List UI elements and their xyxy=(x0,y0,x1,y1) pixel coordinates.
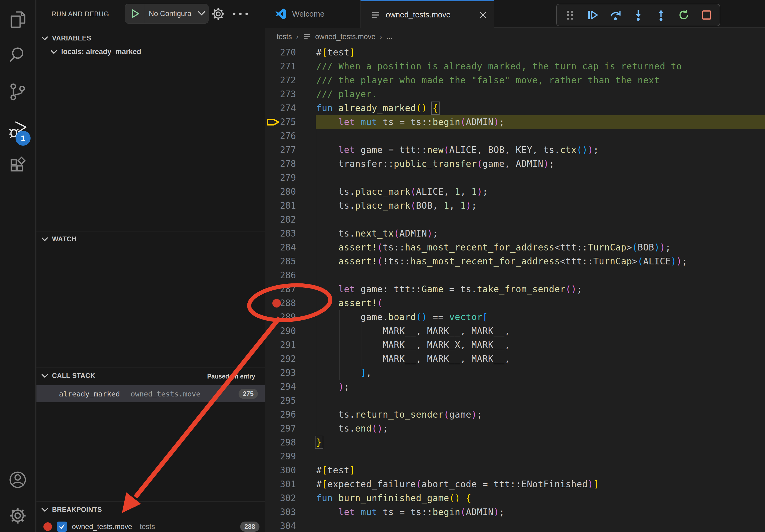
line-number: 278 xyxy=(276,157,296,171)
gutter-line-301[interactable]: 301 xyxy=(265,477,316,491)
breadcrumb-file[interactable]: owned_tests.move xyxy=(315,33,376,41)
locals-scope-row[interactable]: locals: already_marked xyxy=(50,48,141,56)
explorer-icon[interactable] xyxy=(8,10,27,29)
line-number: 284 xyxy=(276,241,296,254)
variables-section-header[interactable]: VARIABLES xyxy=(41,34,91,42)
breadcrumb-symbol[interactable]: ... xyxy=(386,33,393,41)
close-icon[interactable] xyxy=(479,11,487,19)
step-out-button[interactable] xyxy=(654,8,668,22)
code-line-284: 284 assert!(ts::has_most_recent_for_addr… xyxy=(265,241,765,254)
code-line-290: 290 MARK__, MARK__, MARK__, xyxy=(265,324,765,338)
gutter-line-282[interactable]: 282 xyxy=(265,213,316,227)
gutter-line-296[interactable]: 296 xyxy=(265,408,316,421)
tab-welcome[interactable]: Welcome xyxy=(265,0,361,28)
gutter-line-274[interactable]: 274 xyxy=(265,101,316,115)
frame-line-badge: 275 xyxy=(239,389,258,399)
gutter-line-297[interactable]: 297 xyxy=(265,421,316,435)
gutter-line-288[interactable]: 288 xyxy=(265,296,316,310)
gutter-line-281[interactable]: 281 xyxy=(265,199,316,213)
code-line-275: 275 let mut ts = ts::begin(ADMIN); xyxy=(265,115,765,129)
line-number: 301 xyxy=(276,477,296,491)
restart-button[interactable] xyxy=(677,8,690,22)
gutter-line-304[interactable]: 304 xyxy=(265,519,316,532)
stop-button[interactable] xyxy=(700,8,713,22)
gutter-line-270[interactable]: 270 xyxy=(265,46,316,60)
gutter-line-291[interactable]: 291 xyxy=(265,338,316,352)
gutter-line-272[interactable]: 272 xyxy=(265,73,316,87)
line-number: 294 xyxy=(276,380,296,394)
code-text: /// When a position is already marked, t… xyxy=(316,60,682,73)
debug-toolbar xyxy=(556,4,720,26)
breakpoints-label: BREAKPOINTS xyxy=(52,506,102,513)
step-into-button[interactable] xyxy=(631,8,645,22)
line-number: 292 xyxy=(276,352,296,366)
code-line-295: 295 xyxy=(265,394,765,408)
debug-settings-gear-icon[interactable] xyxy=(211,7,225,21)
chevron-right-icon: › xyxy=(296,33,299,41)
search-icon[interactable] xyxy=(8,46,27,65)
line-number: 293 xyxy=(276,366,296,380)
code-text: MARK__, MARK_X, MARK__, xyxy=(316,338,510,352)
gutter-line-295[interactable]: 295 xyxy=(265,394,316,408)
watch-section-header[interactable]: WATCH xyxy=(41,235,77,243)
start-debug-icon[interactable] xyxy=(125,4,145,23)
gutter-line-294[interactable]: 294 xyxy=(265,380,316,394)
gutter-line-300[interactable]: 300 xyxy=(265,463,316,477)
line-number: 303 xyxy=(276,505,296,519)
step-over-button[interactable] xyxy=(609,8,622,22)
gutter-line-279[interactable]: 279 xyxy=(265,171,316,185)
line-number: 300 xyxy=(276,463,296,477)
breakpoints-section-header[interactable]: BREAKPOINTS xyxy=(41,506,102,513)
gutter-line-273[interactable]: 273 xyxy=(265,87,316,101)
gutter-line-278[interactable]: 278 xyxy=(265,157,316,171)
line-number: 291 xyxy=(276,338,296,352)
gutter-line-280[interactable]: 280 xyxy=(265,185,316,199)
code-line-291: 291 MARK__, MARK_X, MARK__, xyxy=(265,338,765,352)
gutter-line-275[interactable]: 275 xyxy=(265,115,316,129)
gutter-line-302[interactable]: 302 xyxy=(265,491,316,505)
tab-owned-tests-move[interactable]: owned_tests.move xyxy=(361,0,494,28)
gutter-line-283[interactable]: 283 xyxy=(265,227,316,241)
vscode-logo-icon xyxy=(275,8,286,20)
more-actions-icon[interactable] xyxy=(232,11,249,17)
gutter-line-287[interactable]: 287 xyxy=(265,282,316,296)
code-line-272: 272/// the player who made the "false" m… xyxy=(265,73,765,87)
breakpoint-checkbox[interactable] xyxy=(57,522,67,532)
gutter-line-284[interactable]: 284 xyxy=(265,241,316,254)
gutter-line-292[interactable]: 292 xyxy=(265,352,316,366)
gutter-line-299[interactable]: 299 xyxy=(265,449,316,463)
breakpoint-line-badge: 288 xyxy=(240,522,260,532)
continue-button[interactable] xyxy=(586,8,599,22)
gutter-line-303[interactable]: 303 xyxy=(265,505,316,519)
settings-gear-icon[interactable] xyxy=(8,506,27,525)
breadcrumb-tests[interactable]: tests xyxy=(277,33,292,41)
gutter-line-276[interactable]: 276 xyxy=(265,129,316,143)
gutter-line-271[interactable]: 271 xyxy=(265,60,316,73)
call-stack-section-header[interactable]: CALL STACK xyxy=(41,372,95,380)
gutter-line-298[interactable]: 298 xyxy=(265,435,316,449)
run-config-dropdown[interactable]: No Configura xyxy=(125,4,209,24)
code-line-276: 276 xyxy=(265,129,765,143)
breakpoint-item-row[interactable]: owned_tests.move tests 288 xyxy=(36,519,265,532)
stack-frame-row[interactable]: already_marked owned_tests.move 275 xyxy=(36,385,265,402)
toolbar-drag-handle[interactable] xyxy=(563,8,576,22)
account-icon[interactable] xyxy=(8,470,27,489)
divider xyxy=(36,368,265,368)
vscode-window: { "activity_bar": { "debug_badge": "1", … xyxy=(0,0,765,532)
code-text: game.board() == vector[ xyxy=(316,310,488,324)
paused-status: Paused on entry xyxy=(207,373,255,380)
gutter-line-285[interactable]: 285 xyxy=(265,254,316,268)
source-control-icon[interactable] xyxy=(8,83,27,101)
extensions-icon[interactable] xyxy=(8,155,27,174)
code-line-283: 283 ts.next_tx(ADMIN); xyxy=(265,227,765,241)
gutter-line-290[interactable]: 290 xyxy=(265,324,316,338)
gutter-line-277[interactable]: 277 xyxy=(265,143,316,157)
gutter-line-286[interactable]: 286 xyxy=(265,268,316,282)
gutter-line-289[interactable]: 289 xyxy=(265,310,316,324)
code-text: ts.place_mark(BOB, 1, 1); xyxy=(316,199,477,213)
breakpoint-dir: tests xyxy=(140,523,155,531)
code-text: #[expected_failure(abort_code = ttt::ENo… xyxy=(316,477,599,491)
activity-bar: 1 xyxy=(0,0,36,532)
gutter-line-293[interactable]: 293 xyxy=(265,366,316,380)
line-number: 286 xyxy=(276,268,296,282)
